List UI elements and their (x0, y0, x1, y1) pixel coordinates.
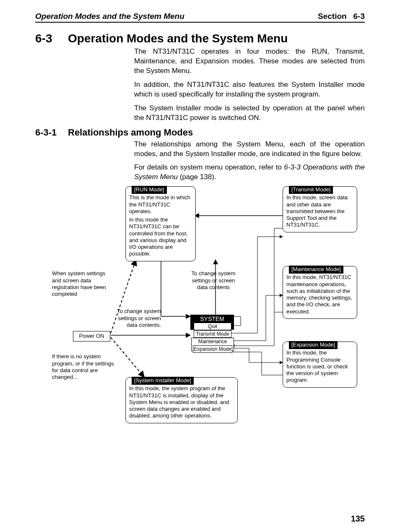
section-p1: The NT31/NT31C operates in four modes: t… (134, 47, 365, 76)
header-section-num: 6-3 (353, 12, 365, 21)
expansion-mode-box: [Expansion Mode] In this mode, the Progr… (283, 342, 357, 387)
header-section-label: Section (318, 12, 347, 21)
subsection-number: 6-3-1 (35, 127, 68, 138)
svg-line-25 (111, 337, 144, 377)
run-mode-text2: In this mode the NT31/NT31C can be contr… (129, 216, 192, 258)
subsection-title-text: Relationships among Modes (68, 127, 193, 138)
section-body: The NT31/NT31C operates in four modes: t… (134, 47, 365, 123)
section-title-text: Operation Modes and the System Menu (68, 32, 288, 45)
system-menu-expansion: Expansion Mode (193, 345, 232, 353)
expansion-mode-label: [Expansion Mode] (289, 341, 338, 349)
transmit-mode-text: In this mode, screen data and other data… (286, 194, 353, 228)
installer-mode-label: [System Installer Mode] (132, 377, 194, 384)
note-change-settings-left: To change system settings or screen data… (111, 308, 161, 329)
note-no-system-program: If there is no system program, or if the… (52, 353, 115, 381)
subsection-p2a: For details on system menu operation, re… (134, 163, 284, 171)
installer-mode-text: In this mode, the system program of the … (129, 385, 234, 419)
run-mode-label: [RUN Mode] (132, 186, 167, 193)
subsection-p1: The relationships among the System Menu,… (134, 140, 365, 159)
installer-mode-box: [System Installer Mode] In this mode, th… (125, 377, 238, 423)
transmit-mode-box: [Transmit Mode] In this mode, screen dat… (283, 186, 357, 232)
run-mode-box: [RUN Mode] This is the mode in which the… (125, 186, 196, 261)
maintenance-mode-label: [Maintenance Mode] (289, 266, 343, 273)
maintenance-mode-text: In this mode, NT31/NT31C maintenance ope… (286, 274, 353, 315)
run-mode-text1: This is the mode in which the NT31/NT31C… (129, 194, 192, 215)
subsection-p2c: (page 138). (178, 173, 216, 181)
subsection-body: The relationships among the System Menu,… (134, 140, 365, 183)
page-header: Operation Modes and the System Menu Sect… (35, 12, 365, 23)
mode-relationship-diagram: [RUN Mode] This is the mode in which the… (48, 186, 366, 425)
maintenance-mode-box: [Maintenance Mode] In this mode, NT31/NT… (283, 266, 357, 319)
header-right: Section 6-3 (318, 12, 365, 21)
subsection-title: 6-3-1 Relationships among Modes (35, 127, 365, 138)
page-number: 135 (351, 514, 365, 524)
system-menu-quit: Quit (194, 323, 231, 330)
section-p3: The System Installer mode is selected by… (134, 104, 365, 123)
power-on-box: Power ON (73, 331, 110, 341)
header-left: Operation Modes and the System Menu (35, 12, 184, 21)
transmit-mode-label: [Transmit Mode] (289, 186, 333, 193)
section-title: 6-3 Operation Modes and the System Menu (35, 32, 365, 45)
system-menu-transmit: Transmit Mode (194, 330, 231, 338)
expansion-mode-text: In this mode, the Programming Console fu… (286, 349, 353, 383)
note-settings-completed: When system settings and screen data reg… (52, 270, 115, 297)
section-number: 6-3 (35, 32, 68, 45)
note-change-settings-center: To change system settings or screen data… (186, 270, 241, 291)
section-p2: In addition, the NT31/NT31C also feature… (134, 80, 365, 99)
subsection-p2: For details on system menu operation, re… (134, 163, 365, 182)
